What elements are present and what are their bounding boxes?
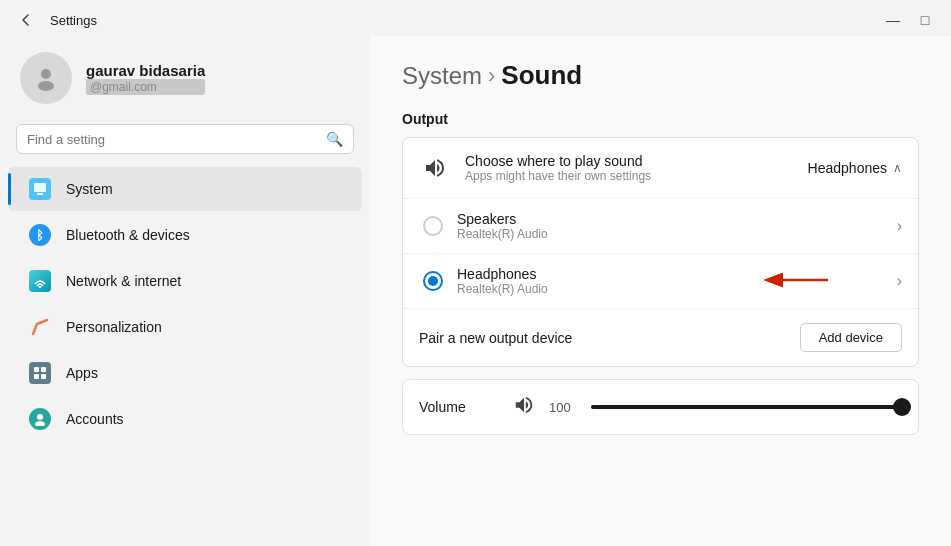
svg-rect-7 (34, 374, 39, 379)
app-title: Settings (50, 13, 97, 28)
search-icon: 🔍 (326, 131, 343, 147)
chevron-up-icon: ∧ (893, 161, 902, 175)
sidebar-item-personalization-label: Personalization (66, 319, 162, 335)
search-input[interactable] (27, 132, 318, 147)
sidebar-item-apps[interactable]: Apps (8, 351, 362, 395)
sidebar-item-accounts[interactable]: Accounts (8, 397, 362, 441)
headphones-row-container: Headphones Realtek(R) Audio › (403, 254, 918, 309)
svg-rect-5 (34, 367, 39, 372)
speakers-arrow-icon: › (897, 217, 902, 235)
radio-headphones-inner (428, 276, 438, 286)
sidebar-item-bluetooth[interactable]: ᛒ Bluetooth & devices (8, 213, 362, 257)
user-info: gaurav bidasaria @gmail.com (86, 62, 205, 95)
choose-sound-row[interactable]: Choose where to play sound Apps might ha… (403, 138, 918, 199)
svg-rect-3 (37, 193, 43, 195)
accounts-icon (28, 407, 52, 431)
svg-point-1 (38, 81, 54, 91)
headphones-arrow-icon: › (897, 272, 902, 290)
volume-icon (513, 394, 535, 420)
output-section-title: Output (402, 111, 919, 127)
pair-label: Pair a new output device (419, 330, 572, 346)
apps-icon (28, 361, 52, 385)
sidebar-item-network[interactable]: Network & internet (8, 259, 362, 303)
app-body: gaurav bidasaria @gmail.com 🔍 System (0, 36, 951, 546)
volume-level: 100 (549, 400, 577, 415)
maximize-button[interactable]: □ (911, 10, 939, 30)
volume-label: Volume (419, 399, 499, 415)
svg-point-9 (37, 414, 43, 420)
sidebar-item-accounts-label: Accounts (66, 411, 124, 427)
speakers-name: Speakers (457, 211, 883, 227)
avatar (20, 52, 72, 104)
user-name: gaurav bidasaria (86, 62, 205, 79)
device-row-speakers[interactable]: Speakers Realtek(R) Audio › (403, 199, 918, 254)
system-icon (28, 177, 52, 201)
slider-fill (591, 405, 902, 409)
sidebar-item-network-label: Network & internet (66, 273, 181, 289)
add-device-button[interactable]: Add device (800, 323, 902, 352)
volume-card: Volume 100 (402, 379, 919, 435)
personalization-icon (28, 315, 52, 339)
breadcrumb-separator: › (488, 63, 495, 89)
speaker-icon (419, 152, 451, 184)
current-output-device: Headphones (808, 160, 887, 176)
user-email: @gmail.com (86, 79, 205, 95)
headphones-sub: Realtek(R) Audio (457, 282, 883, 296)
choose-sound-text: Choose where to play sound Apps might ha… (465, 153, 794, 183)
sidebar-item-apps-label: Apps (66, 365, 98, 381)
user-section[interactable]: gaurav bidasaria @gmail.com (0, 36, 370, 120)
sidebar-item-personalization[interactable]: Personalization (8, 305, 362, 349)
window-controls: — □ (879, 10, 939, 30)
choose-sound-sub: Apps might have their own settings (465, 169, 794, 183)
svg-rect-2 (34, 183, 46, 192)
network-icon (28, 269, 52, 293)
user-icon (32, 64, 60, 92)
pair-row: Pair a new output device Add device (403, 309, 918, 366)
svg-point-10 (35, 421, 45, 426)
svg-rect-8 (41, 374, 46, 379)
breadcrumb-parent[interactable]: System (402, 62, 482, 90)
radio-headphones[interactable] (423, 271, 443, 291)
titlebar-left: Settings (12, 10, 97, 30)
content-area: System › Sound Output Choose where to pl… (370, 36, 951, 546)
slider-track (591, 405, 902, 409)
back-button[interactable] (12, 10, 40, 30)
speakers-sub: Realtek(R) Audio (457, 227, 883, 241)
speakers-info: Speakers Realtek(R) Audio (457, 211, 883, 241)
bluetooth-icon: ᛒ (28, 223, 52, 247)
volume-slider[interactable] (591, 405, 902, 409)
device-row-headphones[interactable]: Headphones Realtek(R) Audio › (403, 254, 918, 309)
breadcrumb-current: Sound (501, 60, 582, 91)
svg-rect-6 (41, 367, 46, 372)
search-box[interactable]: 🔍 (16, 124, 354, 154)
choose-sound-label: Choose where to play sound (465, 153, 794, 169)
output-card: Choose where to play sound Apps might ha… (402, 137, 919, 367)
slider-thumb[interactable] (893, 398, 911, 416)
sidebar-item-system-label: System (66, 181, 113, 197)
sidebar-item-bluetooth-label: Bluetooth & devices (66, 227, 190, 243)
svg-point-4 (39, 286, 41, 288)
sidebar: gaurav bidasaria @gmail.com 🔍 System (0, 36, 370, 546)
headphones-info: Headphones Realtek(R) Audio (457, 266, 883, 296)
breadcrumb: System › Sound (402, 60, 919, 91)
choose-sound-value: Headphones ∧ (808, 160, 902, 176)
headphones-name: Headphones (457, 266, 883, 282)
radio-speakers[interactable] (423, 216, 443, 236)
sidebar-item-system[interactable]: System (8, 167, 362, 211)
svg-point-0 (41, 69, 51, 79)
titlebar: Settings — □ (0, 0, 951, 36)
minimize-button[interactable]: — (879, 10, 907, 30)
